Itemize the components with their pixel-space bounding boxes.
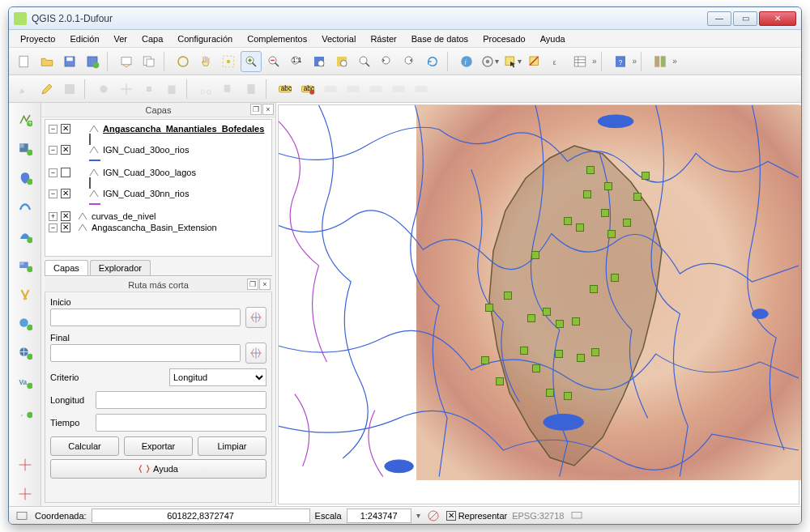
toolbar-overflow-3[interactable]: » (672, 57, 677, 66)
deselect-button[interactable] (524, 51, 545, 72)
add-wms-button[interactable] (13, 283, 37, 307)
layer-row[interactable]: − IGN_Cuad_30oo_lagos (49, 167, 268, 178)
visibility-checkbox[interactable]: ✕ (61, 223, 70, 232)
label-rotate-button[interactable] (388, 79, 409, 100)
open-project-button[interactable] (36, 51, 58, 72)
expand-icon[interactable]: + (49, 212, 58, 221)
add-mssql-button[interactable] (13, 224, 37, 249)
layer-row[interactable]: − ✕ Angascancha_Basin_Extension (49, 222, 268, 233)
zoom-selection-button[interactable] (331, 51, 352, 72)
pan-button[interactable] (195, 51, 216, 72)
print-composer-button[interactable] (116, 51, 137, 72)
visibility-checkbox[interactable] (61, 168, 70, 177)
tiempo-input[interactable] (96, 414, 266, 432)
add-oracle-button[interactable] (13, 253, 37, 278)
expand-icon[interactable]: − (49, 125, 58, 134)
layers-close-button[interactable]: × (262, 104, 274, 115)
route-end-icon[interactable] (13, 482, 37, 506)
expression-button[interactable]: ε (547, 51, 568, 72)
limpiar-button[interactable]: Limpiar (198, 436, 266, 456)
layer-row[interactable]: − ✕ IGN_Cuad_30oo_rios (49, 144, 268, 155)
visibility-checkbox[interactable]: ✕ (61, 189, 70, 198)
save-as-button[interactable] (82, 51, 103, 72)
tab-capas[interactable]: Capas (45, 260, 88, 275)
attribute-table-button[interactable] (569, 51, 590, 72)
menu-vectorial[interactable]: Vectorial (315, 32, 362, 45)
close-button[interactable]: ✕ (759, 11, 796, 26)
undo-button[interactable] (173, 51, 194, 72)
minimize-button[interactable]: ― (707, 11, 731, 26)
grass-tools-button[interactable] (650, 51, 671, 72)
refresh-button[interactable] (422, 51, 443, 72)
cut-features-button[interactable] (195, 79, 216, 100)
add-csv-button[interactable]: Va (13, 370, 37, 394)
identify-button[interactable]: i (456, 51, 477, 72)
menu-ver[interactable]: Ver (108, 32, 134, 45)
delete-feature-button[interactable] (161, 79, 182, 100)
composer-manager-button[interactable] (139, 51, 160, 72)
add-spatialite-button[interactable] (13, 195, 37, 219)
actions-button[interactable]: ▾ (479, 51, 500, 72)
route-start-icon[interactable] (13, 453, 37, 477)
route-close-button[interactable]: × (259, 279, 271, 290)
add-delimited-button[interactable]: , (13, 399, 37, 423)
inicio-pick-button[interactable] (245, 307, 266, 328)
visibility-checkbox[interactable]: ✕ (61, 211, 70, 221)
select-button[interactable]: ▾ (501, 51, 522, 72)
render-checkbox[interactable]: ✕Representar (446, 510, 508, 521)
label-pin-button[interactable] (320, 79, 341, 100)
zoom-in-button[interactable] (241, 51, 262, 72)
stop-render-button[interactable] (425, 509, 441, 523)
menu-ayuda[interactable]: Ayuda (534, 32, 572, 45)
escala-input[interactable] (347, 509, 411, 523)
layer-row[interactable]: − ✕ Angascancha_Manantiales_Bofedales (49, 123, 268, 134)
menu-procesado[interactable]: Procesado (476, 32, 532, 45)
layer-row[interactable]: + ✕ curvas_de_nivel (49, 211, 268, 222)
add-raster-button[interactable] (13, 137, 37, 161)
expand-icon[interactable]: − (49, 146, 58, 155)
expand-icon[interactable]: − (49, 189, 58, 198)
add-feature-button[interactable] (93, 79, 114, 100)
coord-input[interactable] (92, 509, 310, 523)
visibility-checkbox[interactable]: ✕ (61, 145, 70, 155)
label-move-button[interactable] (365, 79, 386, 100)
menu-edicion[interactable]: Edición (63, 32, 105, 45)
expand-icon[interactable]: − (49, 168, 58, 177)
crs-label[interactable]: EPSG:32718 (512, 511, 564, 521)
save-project-button[interactable] (59, 51, 80, 72)
save-edits-button[interactable] (59, 79, 80, 100)
final-input[interactable] (50, 344, 241, 362)
calcular-button[interactable]: Calcular (50, 436, 119, 456)
menu-basedatos[interactable]: Base de datos (405, 32, 475, 45)
tab-explorador[interactable]: Explorador (90, 260, 151, 275)
toolbar-overflow-1[interactable]: » (592, 57, 597, 66)
copy-features-button[interactable] (218, 79, 239, 100)
visibility-checkbox[interactable]: ✕ (61, 124, 70, 134)
maximize-button[interactable]: ▭ (733, 11, 757, 26)
inicio-input[interactable] (50, 309, 241, 326)
longitud-input[interactable] (96, 391, 266, 409)
final-pick-button[interactable] (245, 343, 266, 364)
zoom-full-button[interactable] (309, 51, 330, 72)
titlebar[interactable]: QGIS 2.0.1-Dufour ― ▭ ✕ (9, 7, 801, 30)
zoom-out-button[interactable] (263, 51, 284, 72)
menu-configuracion[interactable]: Configuración (171, 32, 239, 45)
ayuda-button[interactable]: Ayuda (50, 459, 266, 479)
route-undock-button[interactable]: ❐ (247, 279, 258, 290)
label-abc-button[interactable]: abc (275, 79, 296, 100)
node-tool-button[interactable] (139, 79, 160, 100)
messages-button[interactable] (569, 509, 585, 523)
paste-features-button[interactable] (241, 79, 262, 100)
toggle-edit-button[interactable] (36, 79, 58, 100)
menu-raster[interactable]: Ráster (364, 32, 403, 45)
menu-complementos[interactable]: Complementos (241, 32, 313, 45)
menu-capa[interactable]: Capa (135, 32, 169, 45)
toggle-extents-button[interactable] (14, 509, 30, 523)
layers-undock-button[interactable]: ❐ (250, 104, 262, 115)
move-feature-button[interactable] (116, 79, 137, 100)
edits-button[interactable] (14, 79, 35, 100)
zoom-layer-button[interactable] (354, 51, 375, 72)
menu-proyecto[interactable]: Proyecto (14, 32, 62, 45)
escala-dropdown[interactable]: ▾ (416, 511, 420, 520)
zoom-next-button[interactable] (399, 51, 420, 72)
